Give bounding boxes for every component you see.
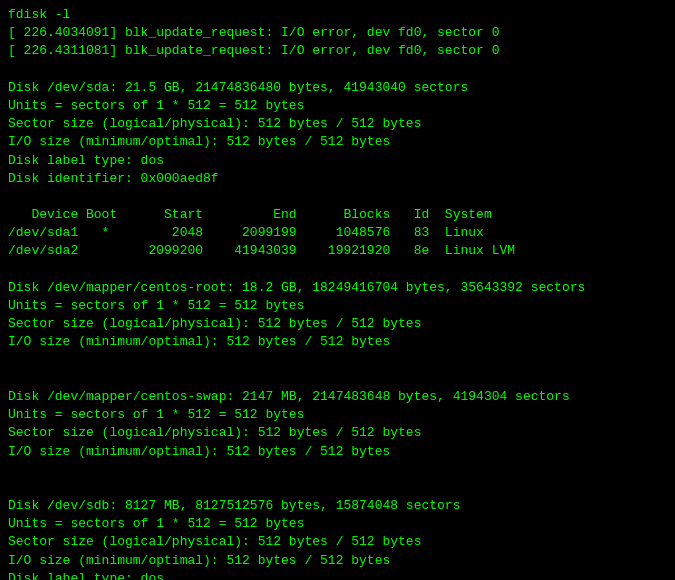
terminal-line: I/O size (minimum/optimal): 512 bytes / … <box>8 443 667 461</box>
terminal-line: I/O size (minimum/optimal): 512 bytes / … <box>8 552 667 570</box>
terminal-line: Disk /dev/sdb: 8127 MB, 8127512576 bytes… <box>8 497 667 515</box>
terminal-line: Sector size (logical/physical): 512 byte… <box>8 533 667 551</box>
terminal-line <box>8 61 667 79</box>
terminal-line: Disk /dev/mapper/centos-swap: 2147 MB, 2… <box>8 388 667 406</box>
terminal-line <box>8 370 667 388</box>
terminal-line: Disk identifier: 0x000aed8f <box>8 170 667 188</box>
terminal-line <box>8 261 667 279</box>
terminal-output: fdisk -l[ 226.4034091] blk_update_reques… <box>8 6 667 580</box>
terminal-line: I/O size (minimum/optimal): 512 bytes / … <box>8 133 667 151</box>
terminal-line: Disk label type: dos <box>8 152 667 170</box>
terminal-line <box>8 461 667 479</box>
terminal-line: Sector size (logical/physical): 512 byte… <box>8 315 667 333</box>
terminal-line <box>8 352 667 370</box>
terminal-line <box>8 188 667 206</box>
terminal-line: I/O size (minimum/optimal): 512 bytes / … <box>8 333 667 351</box>
terminal-line: /dev/sda1 * 2048 2099199 1048576 83 Linu… <box>8 224 667 242</box>
terminal-line: Sector size (logical/physical): 512 byte… <box>8 115 667 133</box>
terminal-line: Units = sectors of 1 * 512 = 512 bytes <box>8 406 667 424</box>
terminal-line: Units = sectors of 1 * 512 = 512 bytes <box>8 297 667 315</box>
terminal-line: fdisk -l <box>8 6 667 24</box>
terminal-line: Units = sectors of 1 * 512 = 512 bytes <box>8 515 667 533</box>
terminal-line: Units = sectors of 1 * 512 = 512 bytes <box>8 97 667 115</box>
terminal-line: Device Boot Start End Blocks Id System <box>8 206 667 224</box>
terminal-line: Disk /dev/sda: 21.5 GB, 21474836480 byte… <box>8 79 667 97</box>
terminal-line <box>8 479 667 497</box>
terminal-line: [ 226.4311081] blk_update_request: I/O e… <box>8 42 667 60</box>
terminal-line: [ 226.4034091] blk_update_request: I/O e… <box>8 24 667 42</box>
terminal-line: /dev/sda2 2099200 41943039 19921920 8e L… <box>8 242 667 260</box>
terminal-line: Disk /dev/mapper/centos-root: 18.2 GB, 1… <box>8 279 667 297</box>
terminal-line: Sector size (logical/physical): 512 byte… <box>8 424 667 442</box>
terminal-line: Disk label type: dos <box>8 570 667 580</box>
